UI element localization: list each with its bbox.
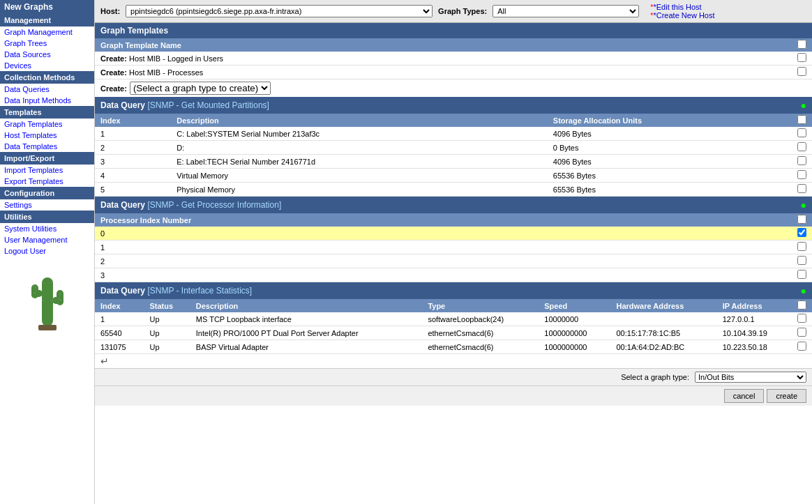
dq-proc-check-col	[792, 213, 812, 227]
select-all-graph-templates[interactable]	[797, 40, 806, 49]
create-new-host-link[interactable]: **Create New Host	[650, 11, 714, 20]
sidebar-item-host-templates[interactable]: Host Templates	[0, 130, 94, 141]
partition-allocation: 4096 Bytes	[548, 127, 792, 141]
graph-template-row-value: Create: Host MIB - Processes	[95, 66, 792, 79]
partition-checkbox-cell	[792, 127, 812, 141]
sidebar-item-graph-trees[interactable]: Graph Trees	[0, 38, 94, 49]
cancel-button[interactable]: cancel	[724, 389, 765, 403]
table-row: 3	[95, 268, 812, 282]
partition-allocation: 65536 Bytes	[548, 169, 792, 183]
sidebar-item-logout-user[interactable]: Logout User	[0, 245, 94, 257]
processor-checkbox-cell	[792, 254, 812, 268]
edit-host-link[interactable]: **Edit this Host	[650, 3, 714, 11]
dq-part-index-col: Index	[95, 114, 171, 127]
dq-iface-ip-col: IP Address	[717, 299, 792, 312]
sidebar-item-data-input-methods[interactable]: Data Input Methods	[0, 95, 94, 106]
sidebar-item-graph-templates[interactable]: Graph Templates	[0, 119, 94, 130]
iface-hw-address: 00:1A:64:D2:AD:BC	[610, 340, 716, 354]
sidebar-item-import-templates[interactable]: Import Templates	[0, 165, 94, 176]
graph-types-select[interactable]: All	[493, 5, 639, 17]
iface-checkbox-cell	[792, 326, 812, 340]
dq-processor-status-dot: ●	[801, 199, 806, 211]
create-graph-select[interactable]: (Select a graph type to create)	[130, 82, 271, 95]
processor-index: 2	[95, 254, 792, 268]
sidebar-section-utilities: Utilities System Utilities User Manageme…	[0, 211, 94, 257]
graph-template-checkbox-cell	[792, 66, 812, 79]
partition-checkbox-cell	[792, 169, 812, 183]
partition-index: 4	[95, 169, 171, 183]
sidebar-item-graph-management[interactable]: Graph Management	[0, 26, 94, 38]
dq-interface-table: Index Status Description Type Speed Hard…	[95, 299, 812, 354]
iface-checkbox[interactable]	[797, 342, 806, 351]
partition-description: Physical Memory	[171, 183, 548, 197]
sidebar-section-import-export: Import/Export Import Templates Export Te…	[0, 152, 94, 187]
partition-index: 1	[95, 127, 171, 141]
select-all-partitions[interactable]	[797, 115, 806, 124]
host-select[interactable]: ppintsiegdc6 (ppintsiegdc6.siege.pp.axa-…	[126, 5, 433, 17]
table-row: 5 Physical Memory 65536 Bytes	[95, 183, 812, 197]
sidebar-item-data-sources[interactable]: Data Sources	[0, 49, 94, 60]
sidebar-section-configuration: Configuration Settings	[0, 187, 94, 211]
partition-checkbox[interactable]	[797, 170, 806, 179]
processor-checkbox[interactable]	[797, 270, 806, 279]
graph-template-name: Host MIB - Processes	[129, 68, 203, 77]
iface-ip-address: 127.0.0.1	[717, 312, 792, 326]
dq-iface-desc-col: Description	[190, 299, 423, 312]
sidebar-item-devices[interactable]: Devices	[0, 60, 94, 71]
dq-part-check-col	[792, 114, 812, 127]
dq-partitions-status-dot: ●	[801, 100, 806, 111]
table-row: 1 C: Label:SYSTEM Serial Number 213af3c …	[95, 127, 812, 141]
iface-speed: 1000000000	[539, 326, 610, 340]
partition-checkbox-cell	[792, 141, 812, 155]
dq-proc-index-col: Processor Index Number	[95, 213, 792, 227]
interface-bottom-bar: Select a graph type: In/Out Bits	[95, 368, 812, 385]
sidebar-item-data-templates[interactable]: Data Templates	[0, 141, 94, 152]
graph-types-label: Graph Types:	[438, 7, 487, 15]
processor-checkbox[interactable]	[797, 228, 806, 237]
partition-checkbox[interactable]	[797, 184, 806, 193]
graph-template-checkbox[interactable]	[797, 53, 806, 62]
table-row: Create: Host MIB - Processes	[95, 66, 812, 79]
select-graph-type-label: Select a graph type:	[621, 373, 689, 381]
sidebar-item-export-templates[interactable]: Export Templates	[0, 176, 94, 187]
dq-partitions-header: Data Query [SNMP - Get Mounted Partition…	[95, 97, 812, 114]
processor-checkbox[interactable]	[797, 242, 806, 251]
sidebar-item-user-management[interactable]: User Management	[0, 234, 94, 245]
dq-processor-table: Processor Index Number 0 1 2 3	[95, 213, 812, 282]
partition-allocation: 0 Bytes	[548, 141, 792, 155]
graph-templates-header: Graph Templates	[95, 23, 812, 38]
create-graph-dropdown-row: Create: (Select a graph type to create)	[95, 79, 812, 97]
iface-type: ethernetCsmacd(6)	[422, 340, 539, 354]
dq-part-alloc-col: Storage Allocation Units	[548, 114, 792, 127]
interface-graph-type-select[interactable]: In/Out Bits	[695, 372, 806, 383]
create-label: Create:	[100, 68, 127, 77]
partition-checkbox[interactable]	[797, 128, 806, 137]
graph-template-name-col: Graph Template Name	[95, 38, 792, 52]
sidebar-item-settings[interactable]: Settings	[0, 199, 94, 211]
partition-checkbox[interactable]	[797, 156, 806, 165]
iface-type: softwareLoopback(24)	[422, 312, 539, 326]
partition-description: Virtual Memory	[171, 169, 548, 183]
select-all-interfaces[interactable]	[797, 300, 806, 310]
create-button[interactable]: create	[767, 389, 806, 403]
sidebar-item-system-utilities[interactable]: System Utilities	[0, 223, 94, 234]
management-header: Management	[0, 14, 94, 26]
select-all-processors[interactable]	[797, 215, 806, 224]
iface-checkbox[interactable]	[797, 314, 806, 323]
table-row: 4 Virtual Memory 65536 Bytes	[95, 169, 812, 183]
table-row: 1 Up MS TCP Loopback interface softwareL…	[95, 312, 812, 326]
dq-iface-type-col: Type	[422, 299, 539, 312]
iface-index: 1	[95, 312, 144, 326]
sidebar-item-data-queries[interactable]: Data Queries	[0, 84, 94, 95]
host-label: Host:	[100, 7, 120, 15]
processor-checkbox[interactable]	[797, 256, 806, 265]
iface-type: ethernetCsmacd(6)	[422, 326, 539, 340]
graph-template-checkbox[interactable]	[797, 67, 806, 76]
iface-checkbox[interactable]	[797, 328, 806, 337]
sidebar-section-management: Management Graph Management Graph Trees …	[0, 14, 94, 71]
dq-iface-index-col: Index	[95, 299, 144, 312]
table-row: Create: Host MIB - Logged in Users	[95, 52, 812, 66]
dq-processor-title: Data Query	[100, 200, 145, 210]
iface-checkbox-cell	[792, 312, 812, 326]
partition-checkbox[interactable]	[797, 142, 806, 151]
